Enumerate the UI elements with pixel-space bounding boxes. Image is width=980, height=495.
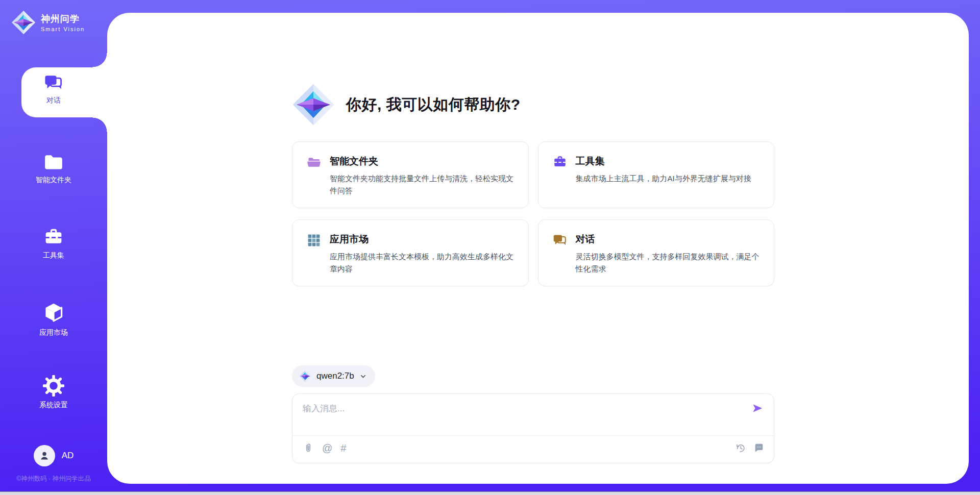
model-logo-icon — [299, 370, 311, 382]
model-selector[interactable]: qwen2:7b — [292, 365, 375, 387]
composer-right-tools — [735, 442, 765, 454]
user-name: AD — [62, 451, 74, 461]
history-icon[interactable] — [735, 442, 746, 454]
sidebar-item-smart-folder[interactable]: 智能文件夹 — [0, 153, 107, 185]
greeting-title: 你好, 我可以如何帮助你? — [346, 94, 521, 115]
sidebar-item-label: 系统设置 — [39, 401, 68, 410]
composer-divider — [292, 435, 774, 436]
card-title: 对话 — [576, 233, 760, 246]
model-name: qwen2:7b — [316, 371, 354, 381]
card-title: 工具集 — [576, 155, 751, 168]
active-tab-fillet-bottom — [93, 117, 107, 132]
chevron-down-icon — [359, 373, 367, 380]
card-chat[interactable]: 对话 灵活切换多模型文件，支持多样回复效果调试，满足个性化需求 — [538, 219, 775, 286]
card-toolset[interactable]: 工具集 集成市场上主流工具，助力AI与外界无缝扩展与对接 — [538, 141, 775, 208]
comment-icon[interactable] — [753, 442, 765, 454]
mention-icon[interactable]: @ — [322, 442, 332, 454]
sidebar-item-label: 应用市场 — [39, 328, 68, 337]
cube-icon — [42, 301, 65, 324]
card-description: 灵活切换多模型文件，支持多样回复效果调试，满足个性化需求 — [576, 251, 760, 275]
sidebar-item-app-market[interactable]: 应用市场 — [0, 301, 107, 337]
app-window: 神州问学 Smart Vision 对话 — [0, 0, 980, 495]
grid-icon — [307, 233, 321, 247]
composer: @ # — [292, 393, 774, 463]
brand-logo-icon — [11, 10, 36, 35]
window-bottom-edge — [0, 491, 980, 495]
copyright-footer: ©神州数码 · 神州问学出品 — [0, 475, 107, 483]
card-text: 对话 灵活切换多模型文件，支持多样回复效果调试，满足个性化需求 — [576, 233, 760, 275]
send-icon[interactable] — [751, 402, 764, 414]
brand-name: 神州问学 — [41, 13, 85, 25]
sidebar-item-label: 智能文件夹 — [36, 176, 71, 185]
chat-bubbles-icon — [44, 74, 63, 92]
card-description: 智能文件夹功能支持批量文件上传与清洗，轻松实现文件问答 — [330, 172, 514, 197]
brand-subtitle: Smart Vision — [41, 26, 85, 32]
sidebar-item-label: 工具集 — [43, 251, 64, 260]
chat-bubbles-icon — [553, 233, 567, 247]
sidebar-item-chat[interactable]: 对话 — [0, 74, 107, 105]
card-description: 应用市场提供丰富长文本模板，助力高效生成多样化文章内容 — [330, 251, 514, 275]
content-area: 你好, 我可以如何帮助你? 智能文件夹 智能文件夹功能支持批量文件上传与清洗，轻… — [292, 13, 774, 495]
card-text: 智能文件夹 智能文件夹功能支持批量文件上传与清洗，轻松实现文件问答 — [330, 155, 514, 197]
card-text: 应用市场 应用市场提供丰富长文本模板，助力高效生成多样化文章内容 — [330, 233, 514, 275]
sidebar: 神州问学 Smart Vision 对话 — [0, 0, 107, 495]
person-icon — [38, 450, 51, 462]
folder-open-icon — [307, 155, 321, 169]
user-account[interactable]: AD — [0, 445, 107, 466]
card-app-market[interactable]: 应用市场 应用市场提供丰富长文本模板，助力高效生成多样化文章内容 — [292, 219, 529, 286]
active-tab-fillet-top — [93, 53, 107, 67]
message-input[interactable] — [292, 394, 774, 435]
folder-icon — [43, 153, 64, 171]
gear-icon — [43, 375, 64, 397]
greeting: 你好, 我可以如何帮助你? — [292, 83, 521, 126]
composer-left-tools: @ # — [303, 442, 346, 454]
card-smart-folder[interactable]: 智能文件夹 智能文件夹功能支持批量文件上传与清洗，轻松实现文件问答 — [292, 141, 529, 208]
attachment-icon[interactable] — [303, 442, 314, 454]
brand: 神州问学 Smart Vision — [11, 10, 85, 35]
sidebar-item-label: 对话 — [46, 96, 61, 105]
toolbox-icon — [553, 155, 567, 169]
card-description: 集成市场上主流工具，助力AI与外界无缝扩展与对接 — [576, 172, 751, 185]
greeting-logo-icon — [292, 83, 335, 126]
avatar — [34, 445, 55, 466]
card-text: 工具集 集成市场上主流工具，助力AI与外界无缝扩展与对接 — [576, 155, 751, 197]
toolbox-icon — [43, 228, 64, 247]
card-title: 应用市场 — [330, 233, 514, 246]
feature-cards: 智能文件夹 智能文件夹功能支持批量文件上传与清洗，轻松实现文件问答 工具集 — [292, 141, 774, 286]
brand-text: 神州问学 Smart Vision — [41, 13, 85, 32]
card-title: 智能文件夹 — [330, 155, 514, 168]
hashtag-icon[interactable]: # — [340, 442, 346, 454]
sidebar-item-settings[interactable]: 系统设置 — [0, 375, 107, 410]
sidebar-item-toolset[interactable]: 工具集 — [0, 228, 107, 260]
